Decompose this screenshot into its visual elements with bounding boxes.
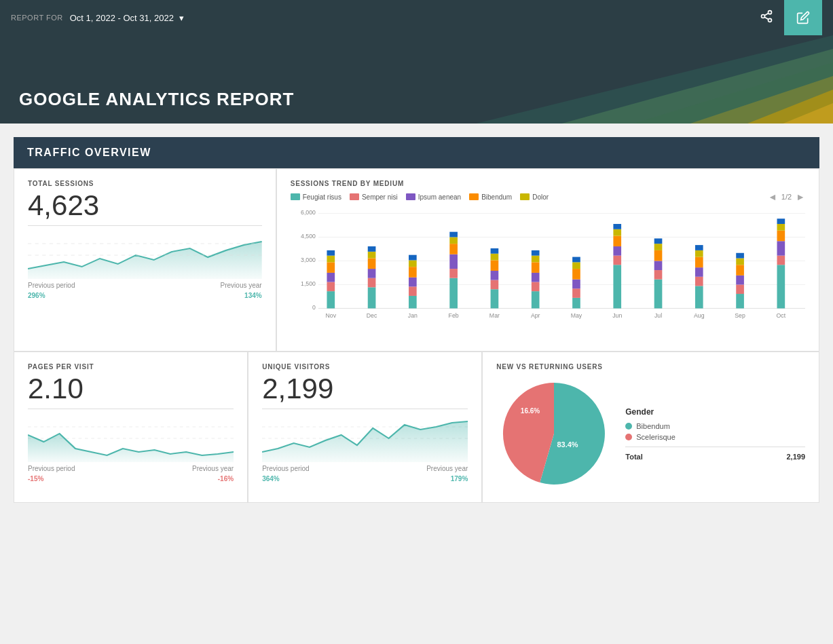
svg-rect-75 bbox=[613, 246, 621, 256]
unique-visitors-value: 2,199 bbox=[262, 375, 468, 403]
svg-rect-96 bbox=[736, 276, 744, 285]
svg-rect-28 bbox=[327, 256, 335, 263]
svg-rect-101 bbox=[777, 265, 785, 308]
svg-text:Jul: Jul bbox=[654, 312, 662, 319]
next-page-button[interactable]: ► bbox=[796, 191, 805, 202]
share-button[interactable] bbox=[749, 4, 784, 32]
unique-visitors-sparkline bbox=[262, 415, 468, 462]
date-range-selector[interactable]: Oct 1, 2022 - Oct 31, 2022 ▾ bbox=[70, 13, 184, 23]
svg-text:Dec: Dec bbox=[366, 312, 377, 319]
svg-rect-89 bbox=[695, 267, 703, 277]
svg-text:6,000: 6,000 bbox=[301, 209, 316, 216]
total-sessions-footer-values: 296% 134% bbox=[28, 292, 262, 299]
uv-prev-year-value: 179% bbox=[451, 475, 468, 482]
svg-rect-95 bbox=[736, 284, 744, 294]
svg-text:1,500: 1,500 bbox=[301, 280, 316, 287]
svg-text:3,000: 3,000 bbox=[301, 257, 316, 263]
svg-rect-106 bbox=[777, 219, 785, 224]
ppv-prev-period-label: Previous period bbox=[28, 465, 75, 472]
top-cards-row: TOTAL SESSIONS 4,623 bbox=[14, 168, 819, 352]
svg-rect-74 bbox=[613, 256, 621, 265]
svg-rect-104 bbox=[777, 231, 785, 242]
gender-title: Gender bbox=[625, 407, 805, 417]
svg-rect-34 bbox=[367, 259, 375, 269]
svg-rect-40 bbox=[409, 278, 417, 287]
section-header: TRAFFIC OVERVIEW bbox=[14, 137, 819, 168]
svg-text:0: 0 bbox=[312, 304, 316, 311]
svg-rect-88 bbox=[695, 277, 703, 286]
total-sessions-label: TOTAL SESSIONS bbox=[28, 180, 262, 187]
pages-per-visit-footer-values: -15% -16% bbox=[28, 475, 234, 482]
svg-text:Feb: Feb bbox=[448, 312, 458, 319]
legend-swatch-dolor bbox=[520, 193, 530, 200]
svg-text:Jun: Jun bbox=[612, 312, 622, 319]
pages-per-visit-sparkline bbox=[28, 415, 234, 462]
svg-rect-49 bbox=[449, 237, 458, 244]
bibendum-label: Bibendum bbox=[636, 422, 670, 430]
total-sessions-sparkline bbox=[28, 231, 262, 279]
svg-rect-99 bbox=[736, 253, 744, 259]
svg-text:83.4%: 83.4% bbox=[557, 440, 578, 449]
ppv-prev-period-value: -15% bbox=[28, 475, 43, 482]
legend-label-bibendum: Bibendum bbox=[481, 193, 512, 201]
total-sessions-footer: Previous period Previous year bbox=[28, 282, 262, 289]
svg-rect-50 bbox=[449, 232, 458, 238]
prev-year-value: 134% bbox=[244, 292, 262, 299]
svg-rect-90 bbox=[695, 257, 703, 268]
sessions-trend-label: SESSIONS TREND BY MEDIUM bbox=[291, 180, 805, 187]
svg-rect-76 bbox=[613, 235, 621, 246]
svg-rect-29 bbox=[327, 250, 335, 256]
top-bar-left: REPORT FOR Oct 1, 2022 - Oct 31, 2022 ▾ bbox=[11, 13, 184, 23]
legend-label-dolor: Dolor bbox=[532, 193, 549, 201]
unique-visitors-card: UNIQUE VISITORS 2,199 bbox=[248, 352, 482, 503]
top-bar: REPORT FOR Oct 1, 2022 - Oct 31, 2022 ▾ bbox=[0, 0, 833, 35]
svg-rect-85 bbox=[654, 238, 662, 244]
svg-rect-33 bbox=[367, 269, 375, 278]
svg-rect-59 bbox=[532, 291, 540, 308]
uv-prev-period-value: 364% bbox=[262, 475, 280, 482]
legend-item-feugiat: Feugiat risus bbox=[291, 193, 341, 201]
svg-marker-11 bbox=[28, 242, 262, 279]
legend-item-bibendum: Bibendum bbox=[469, 193, 512, 201]
svg-rect-48 bbox=[449, 244, 458, 254]
svg-rect-47 bbox=[449, 254, 458, 269]
svg-rect-27 bbox=[327, 262, 335, 273]
legend-label-semper: Semper nisi bbox=[362, 193, 398, 201]
svg-rect-26 bbox=[327, 273, 335, 282]
svg-rect-42 bbox=[409, 260, 417, 267]
svg-rect-105 bbox=[777, 224, 785, 231]
svg-rect-80 bbox=[654, 280, 662, 309]
svg-rect-78 bbox=[613, 224, 621, 229]
total-sessions-value: 4,623 bbox=[28, 191, 262, 220]
legend-label-ipsum: Ipsum aenean bbox=[418, 193, 461, 201]
prev-period-label: Previous period bbox=[28, 282, 75, 289]
ppv-prev-year-label: Previous year bbox=[192, 465, 234, 472]
scelerisque-label: Scelerisque bbox=[636, 433, 675, 441]
svg-rect-94 bbox=[736, 294, 744, 308]
pages-per-visit-footer: Previous period Previous year bbox=[28, 465, 234, 472]
header-banner: GOOGLE ANALYTICS REPORT bbox=[0, 35, 833, 124]
legend-bibendum: Bibendum bbox=[625, 422, 805, 430]
total-row: Total 2,199 bbox=[625, 453, 805, 461]
svg-text:Aug: Aug bbox=[694, 312, 705, 319]
total-value: 2,199 bbox=[786, 453, 805, 461]
bottom-cards-row: PAGES PER VISIT 2.10 bbox=[14, 352, 819, 503]
svg-rect-56 bbox=[490, 254, 498, 261]
svg-rect-57 bbox=[490, 248, 498, 254]
svg-rect-81 bbox=[654, 270, 662, 280]
prev-page-button[interactable]: ◄ bbox=[768, 191, 777, 202]
sessions-trend-card: SESSIONS TREND BY MEDIUM Feugiat risus S… bbox=[276, 168, 819, 352]
svg-text:Nov: Nov bbox=[325, 312, 336, 319]
svg-point-2 bbox=[769, 18, 772, 22]
ppv-prev-year-value: -16% bbox=[218, 475, 234, 482]
pie-legend: Gender Bibendum Scelerisque Total 2,199 bbox=[625, 407, 805, 461]
svg-text:Jan: Jan bbox=[407, 312, 417, 319]
scelerisque-dot bbox=[625, 434, 632, 440]
svg-marker-113 bbox=[262, 421, 468, 462]
svg-rect-32 bbox=[367, 278, 375, 288]
svg-rect-70 bbox=[572, 262, 580, 269]
svg-rect-60 bbox=[532, 282, 540, 292]
chevron-down-icon: ▾ bbox=[179, 13, 184, 23]
edit-button[interactable] bbox=[784, 0, 822, 35]
svg-rect-67 bbox=[572, 288, 580, 298]
